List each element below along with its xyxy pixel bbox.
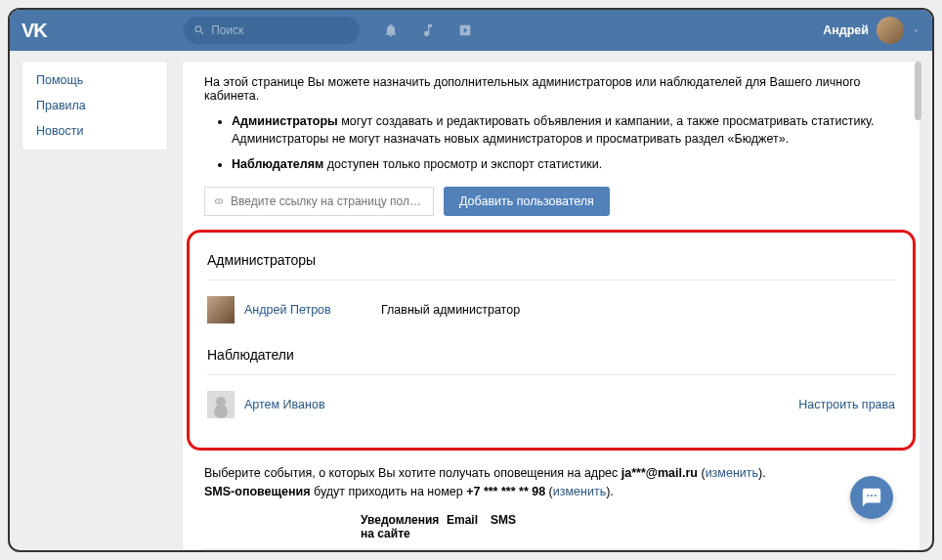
- change-email-link[interactable]: изменить: [706, 466, 758, 480]
- col-site: Уведомления на сайте: [361, 513, 447, 540]
- avatar: [877, 17, 904, 44]
- observer-row: Артем Иванов Настроить права: [207, 387, 895, 432]
- sidebar: Помощь Правила Новости: [21, 61, 168, 151]
- observer-description: Наблюдателям доступен только просмотр и …: [232, 155, 898, 173]
- notifications-table: Уведомления на сайте Email SMS Действия …: [204, 513, 898, 550]
- chevron-down-icon: [912, 26, 921, 35]
- notification-row: Действия с бюджетом: [204, 548, 898, 550]
- add-user-button[interactable]: Добавить пользователя: [444, 187, 610, 216]
- change-phone-link[interactable]: изменить: [553, 485, 606, 498]
- music-icon[interactable]: [420, 22, 436, 38]
- username: Андрей: [823, 23, 869, 37]
- role-description-list: Администраторы могут создавать и редакти…: [204, 112, 898, 173]
- admin-description: Администраторы могут создавать и редакти…: [232, 112, 898, 148]
- bell-icon[interactable]: [383, 22, 399, 38]
- search-icon: [193, 23, 205, 37]
- top-bar: VK Андрей: [10, 10, 932, 51]
- observer-avatar: [207, 391, 235, 418]
- observer-name[interactable]: Артем Иванов: [244, 398, 371, 411]
- admin-name[interactable]: Андрей Петров: [244, 303, 371, 317]
- link-icon: [213, 195, 225, 207]
- sidebar-item-rules[interactable]: Правила: [22, 93, 167, 118]
- chat-fab[interactable]: [850, 476, 893, 519]
- vk-logo[interactable]: VK: [21, 20, 47, 42]
- add-user-input-wrap[interactable]: [204, 187, 434, 216]
- col-email: Email: [447, 513, 491, 540]
- admin-row: Андрей Петров Главный администратор: [207, 292, 895, 337]
- top-icons: [383, 22, 473, 38]
- intro-text: На этой странице Вы можете назначить доп…: [204, 75, 898, 103]
- add-user-row: Добавить пользователя: [204, 187, 898, 216]
- user-menu[interactable]: Андрей: [823, 17, 921, 44]
- video-icon[interactable]: [457, 22, 473, 38]
- col-sms: SMS: [491, 513, 535, 540]
- notifications-intro: Выберите события, о которых Вы хотите по…: [204, 464, 898, 501]
- admins-heading: Администраторы: [207, 242, 895, 280]
- highlighted-users-box: Администраторы Андрей Петров Главный адм…: [187, 230, 916, 451]
- admin-role: Главный администратор: [381, 303, 520, 317]
- search-box[interactable]: [184, 17, 360, 44]
- scrollbar[interactable]: [915, 62, 921, 120]
- configure-rights-link[interactable]: Настроить права: [798, 398, 895, 411]
- add-user-input[interactable]: [231, 194, 425, 208]
- admin-avatar: [207, 296, 235, 323]
- chat-icon: [861, 487, 882, 508]
- search-input[interactable]: [211, 23, 350, 37]
- sidebar-item-news[interactable]: Новости: [22, 118, 167, 144]
- main-panel: На этой странице Вы можете назначить доп…: [182, 61, 921, 550]
- observers-heading: Наблюдатели: [207, 337, 895, 374]
- sidebar-item-help[interactable]: Помощь: [22, 67, 167, 93]
